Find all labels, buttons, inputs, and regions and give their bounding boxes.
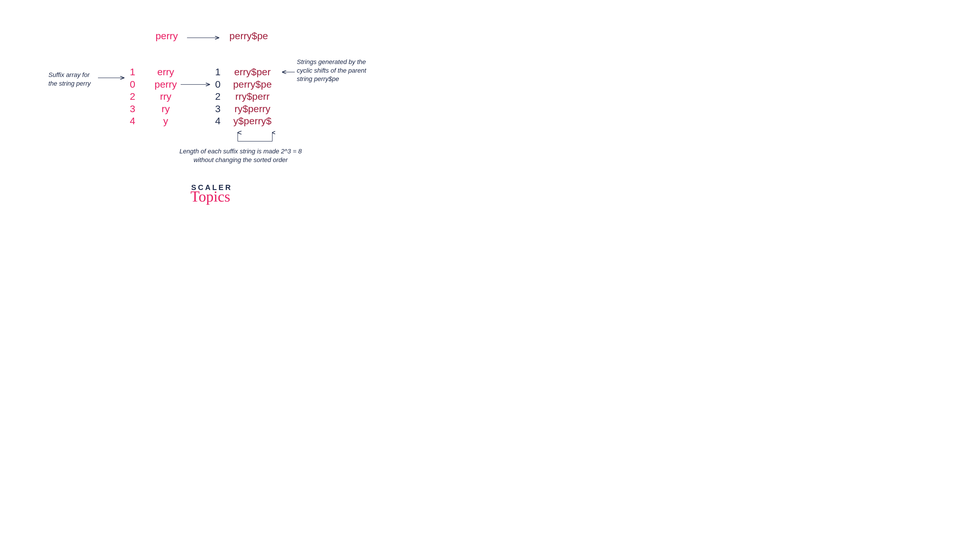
suffix-string: erry <box>150 66 181 78</box>
suffix-array-left: 1erry 0perry 2rry 3ry 4y <box>127 66 181 127</box>
left-annotation-line1: Suffix array for <box>48 71 91 79</box>
bottom-annotation: Length of each suffix string is made 2^3… <box>0 147 423 164</box>
suffix-index: 0 <box>127 78 138 91</box>
header-target-string: perry$pe <box>229 30 268 41</box>
cyclic-string: perry$pe <box>229 78 275 91</box>
cyclic-string: y$perry$ <box>229 115 275 127</box>
cyclic-index: 3 <box>213 103 222 115</box>
cyclic-index: 1 <box>213 66 222 78</box>
cyclic-string: erry$per <box>229 66 275 78</box>
bottom-annotation-line1: Length of each suffix string is made 2^3… <box>180 147 302 156</box>
suffix-index: 4 <box>127 115 138 127</box>
header-transform: perry perry$pe <box>0 30 423 42</box>
arrow-right-icon <box>97 75 126 81</box>
suffix-string: rry <box>150 90 181 103</box>
arrow-left-icon <box>280 70 295 75</box>
arrow-right-icon <box>180 82 212 88</box>
cyclic-index: 4 <box>213 115 222 127</box>
bottom-annotation-line2: without changing the sorted order <box>180 156 302 164</box>
left-annotation-line2: the string perry <box>48 79 91 88</box>
cyclic-index: 0 <box>213 78 222 91</box>
logo: SCALER Topics <box>0 183 423 205</box>
cyclic-index: 2 <box>213 90 222 103</box>
suffix-string: ry <box>150 103 181 115</box>
suffix-index: 1 <box>127 66 138 78</box>
suffix-index: 3 <box>127 103 138 115</box>
right-annotation-line2: cyclic shifts of the parent <box>297 66 366 75</box>
arrow-right-icon <box>186 31 221 42</box>
cyclic-string: ry$perry <box>229 103 275 115</box>
right-annotation-line3: string perry$pe <box>297 75 366 83</box>
left-annotation: Suffix array for the string perry <box>48 71 91 88</box>
right-annotation-line1: Strings generated by the <box>297 57 366 66</box>
suffix-string: perry <box>150 78 181 91</box>
suffix-index: 2 <box>127 90 138 103</box>
logo-sub: Topics <box>0 188 423 205</box>
cyclic-shifts-right: 1erry$per 0perry$pe 2rry$perr 3ry$perry … <box>213 66 275 127</box>
bracket-icon <box>235 130 275 145</box>
header-source-string: perry <box>156 30 178 41</box>
suffix-string: y <box>150 115 181 127</box>
cyclic-string: rry$perr <box>229 90 275 103</box>
right-annotation: Strings generated by the cyclic shifts o… <box>297 57 366 83</box>
